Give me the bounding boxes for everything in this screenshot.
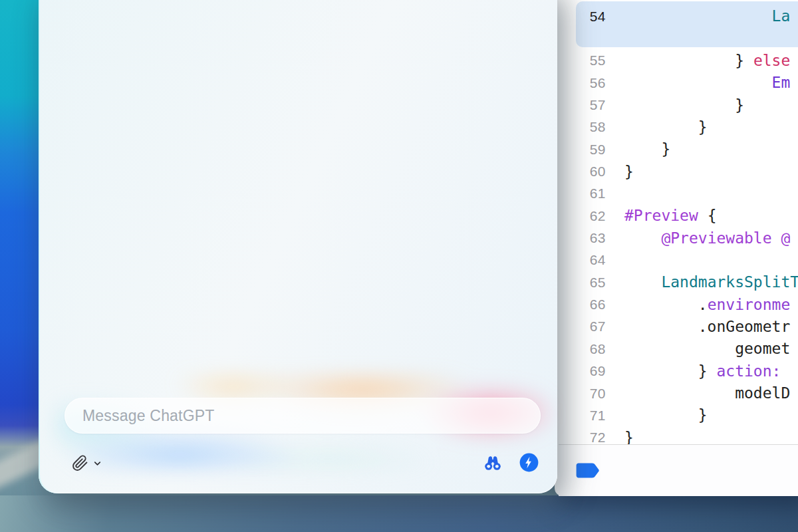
code-line[interactable]: 60} [559, 160, 798, 182]
code-text: .environme [624, 297, 790, 313]
line-number[interactable]: 59 [559, 142, 606, 158]
breakpoint-tag-shape [577, 464, 599, 478]
code-text: } action: [624, 364, 781, 379]
code-text: } [624, 98, 744, 113]
line-number[interactable]: 54 [559, 9, 606, 25]
chatgpt-window[interactable]: Message ChatGPT [39, 0, 557, 493]
code-line[interactable]: 71 } [559, 404, 798, 426]
code-line[interactable]: 66 .environme [559, 293, 798, 315]
message-input[interactable]: Message ChatGPT [65, 398, 541, 434]
search-apps-button[interactable] [483, 454, 503, 472]
code-line[interactable]: 67 .onGeometr [559, 316, 798, 338]
code-text: } [624, 408, 708, 423]
code-line[interactable]: 63 @Previewable @ [559, 227, 798, 249]
code-lines: 54 La55 } else56 Em57 }58 }59 }60}6162#P… [559, 5, 798, 449]
line-number[interactable]: 66 [559, 297, 606, 313]
code-text: } [624, 164, 634, 180]
line-number[interactable]: 67 [559, 319, 606, 334]
line-number[interactable]: 61 [559, 186, 606, 201]
code-line-wrap [559, 27, 798, 49]
code-text: } else [624, 53, 790, 68]
chat-toolbar [39, 447, 557, 477]
wallpaper-bottom-strip [0, 495, 798, 532]
message-input-placeholder: Message ChatGPT [82, 407, 215, 425]
code-text: LandmarksSplitT [624, 275, 798, 290]
breakpoints-toggle-icon[interactable] [576, 462, 600, 479]
code-text: } [624, 120, 708, 135]
code-text: Em [624, 75, 790, 90]
line-number[interactable]: 64 [559, 252, 606, 268]
code-text: modelD [624, 386, 790, 401]
line-number[interactable]: 60 [559, 164, 606, 180]
code-line[interactable]: 55 } else [559, 50, 798, 72]
line-number[interactable]: 65 [559, 275, 606, 291]
chevron-down-icon [92, 459, 102, 467]
code-line[interactable]: 57 } [559, 94, 798, 116]
line-number[interactable]: 68 [559, 341, 606, 357]
code-line[interactable]: 58 } [559, 116, 798, 138]
code-line[interactable]: 69 } action: [559, 360, 798, 382]
attach-button[interactable] [70, 454, 89, 472]
code-text: } [624, 430, 634, 446]
line-number[interactable]: 56 [559, 75, 606, 91]
code-text: geomet [624, 341, 790, 356]
binoculars-icon [483, 454, 503, 472]
code-line[interactable]: 56 Em [559, 72, 798, 94]
xcode-window[interactable]: 54 La55 } else56 Em57 }58 }59 }60}6162#P… [555, 0, 798, 496]
line-number[interactable]: 63 [559, 230, 606, 246]
code-line[interactable]: 68 geomet [559, 338, 798, 360]
code-line[interactable]: 64 [559, 249, 798, 271]
line-number[interactable]: 58 [559, 119, 606, 135]
code-line[interactable]: 62#Preview { [559, 205, 798, 227]
code-line[interactable]: 70 modelD [559, 382, 798, 404]
line-number[interactable]: 55 [559, 53, 606, 68]
code-line[interactable]: 54 La [559, 5, 798, 27]
line-number[interactable]: 62 [559, 208, 606, 224]
line-number[interactable]: 72 [559, 430, 606, 446]
line-number[interactable]: 69 [559, 363, 606, 379]
code-text: .onGeometr [624, 319, 790, 334]
code-text: #Preview { [624, 208, 716, 223]
code-line[interactable]: 61 [559, 183, 798, 205]
code-text: } [624, 142, 670, 157]
code-text: @Previewable @ [624, 231, 790, 246]
code-line[interactable]: 65 LandmarksSplitT [559, 271, 798, 293]
code-editor[interactable]: 54 La55 } else56 Em57 }58 }59 }60}6162#P… [559, 0, 798, 496]
paperclip-icon [72, 455, 88, 471]
line-number[interactable]: 71 [559, 408, 606, 424]
debug-bar [559, 445, 798, 496]
line-number[interactable]: 57 [559, 97, 606, 113]
lightning-bolt-icon [519, 453, 539, 472]
instant-mode-button[interactable] [519, 453, 539, 472]
line-number[interactable]: 70 [559, 386, 606, 402]
code-text: La [624, 9, 790, 24]
attach-menu-button[interactable] [92, 458, 102, 467]
code-line[interactable]: 59 } [559, 138, 798, 160]
